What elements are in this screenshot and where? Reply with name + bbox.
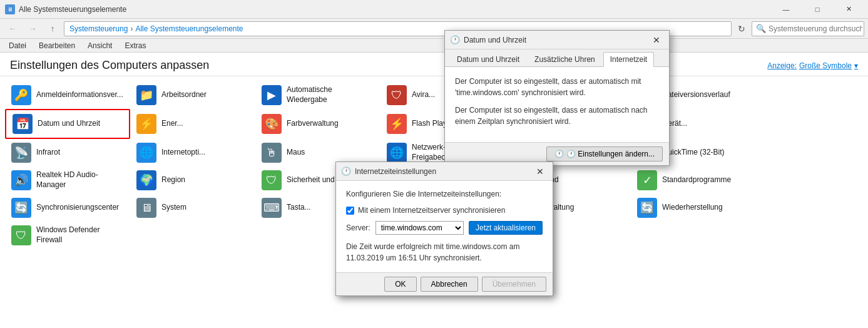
tab-datum-uhrzeit[interactable]: Datum und Uhrzeit [450, 52, 526, 66]
ctrl-icon-region: 🌍 [136, 170, 156, 190]
dialog-inet: 🕐 Internetzeiteinstellungen ✕ Konfigurie… [335, 161, 553, 296]
ctrl-icon-datum: 📅 [13, 114, 33, 134]
page-title: Einstellungen des Computers anpassen [10, 59, 209, 72]
ctrl-item-standard[interactable]: ✓ Standardprogramme [631, 167, 756, 194]
dialog-inet-body: Konfigurieren Sie die Internetzeiteinste… [336, 181, 553, 272]
menu-ansicht[interactable]: Ansicht [83, 40, 117, 51]
ctrl-label-dateivers: Dateiversionsverlauf [662, 90, 730, 100]
view-chevron-icon[interactable]: ▾ [854, 61, 858, 70]
ctrl-icon-realtek: 🔊 [11, 170, 31, 190]
title-bar-controls: — □ ✕ [772, 0, 863, 19]
ctrl-icon-autowied: ▶ [262, 85, 282, 105]
inet-server-row: Server: time.windows.com pool.ntp.org ti… [346, 221, 543, 235]
search-icon: 🔍 [756, 24, 766, 33]
ctrl-item-anmelde[interactable]: 🔑 Anmeldeinformationsver... [5, 81, 130, 109]
ctrl-icon-tastatur: ⌨ [262, 198, 282, 218]
ctrl-label-autowied: Automatische Wiedergabe [287, 85, 374, 105]
ctrl-item-datum[interactable]: 📅 Datum und Uhrzeit [5, 109, 130, 139]
ctrl-item-region[interactable]: 🌍 Region [130, 167, 255, 194]
maximize-button[interactable]: □ [803, 0, 832, 19]
ctrl-label-anmelde: Anmeldeinformationsver... [36, 90, 123, 100]
dialog-datetime-body: Der Computer ist so eingestellt, dass er… [445, 67, 669, 142]
ctrl-label-wiederherst: Wiederherstellung [662, 203, 723, 213]
dialog-inet-title: Internetzeiteinstellungen [355, 167, 436, 176]
close-button[interactable]: ✕ [834, 0, 863, 19]
dialog-datetime-tabs: Datum und Uhrzeit Zusätzliche Uhren Inte… [445, 49, 669, 67]
view-value[interactable]: Große Symbole [799, 61, 852, 70]
sync-info: Die Zeit wurde erfolgreich mit time.wind… [346, 241, 543, 264]
ctrl-item-energy[interactable]: ⚡ Ener... [130, 109, 255, 139]
ctrl-icon-flash: ⚡ [387, 114, 407, 134]
path-alle-elemente[interactable]: Alle Systemsteuerungselemente [135, 24, 243, 33]
inet-sync-checkbox[interactable] [346, 207, 354, 215]
abbrechen-button[interactable]: Abbrechen [421, 277, 478, 292]
ctrl-label-maus: Maus [287, 148, 305, 158]
ctrl-label-realtek: Realtek HD Audio-Manager [36, 170, 124, 190]
refresh-button[interactable]: ↻ [734, 21, 749, 36]
ctrl-icon-system: 🖥 [136, 198, 156, 218]
ctrl-item-arbeits[interactable]: 📁 Arbeitsordner [130, 81, 255, 109]
forward-button[interactable]: → [24, 21, 41, 37]
address-bar: ← → ↑ Systemsteuerung › Alle Systemsteue… [0, 19, 868, 39]
dialog-datetime-close-button[interactable]: ✕ [649, 33, 664, 47]
dialog-datetime-icon: 🕐 [450, 35, 460, 44]
tab-internetzeit[interactable]: Internetzeit [603, 52, 654, 67]
dialog-inet-title-left: 🕐 Internetzeiteinstellungen [341, 167, 436, 176]
ctrl-label-tastatur: Tasta... [287, 203, 311, 213]
ctrl-label-datum: Datum und Uhrzeit [38, 119, 100, 129]
view-label: Anzeige: [767, 61, 797, 70]
up-button[interactable]: ↑ [44, 21, 61, 37]
title-bar-text: Alle Systemsteuerungselemente [19, 5, 126, 14]
server-select[interactable]: time.windows.com pool.ntp.org time.nist.… [375, 221, 464, 235]
ctrl-item-system[interactable]: 🖥 System [130, 194, 255, 222]
view-option: Anzeige: Große Symbole ▾ [767, 61, 858, 70]
inet-description: Konfigurieren Sie die Internetzeiteinste… [346, 190, 543, 198]
dialog-inet-titlebar: 🕐 Internetzeiteinstellungen ✕ [336, 162, 553, 181]
tab-zusaetzliche-uhren[interactable]: Zusätzliche Uhren [528, 52, 602, 66]
ctrl-label-synccenter: Synchronisierungscenter [36, 203, 119, 213]
uebernehmen-button[interactable]: Übernehmen [482, 277, 546, 292]
ctrl-item-autowied[interactable]: ▶ Automatische Wiedergabe [255, 81, 380, 109]
menu-extras[interactable]: Extras [120, 40, 151, 51]
ctrl-icon-anmelde: 🔑 [11, 85, 31, 105]
ctrl-icon-windefender: 🛡 [11, 225, 31, 245]
clock-icon: 🕐 [554, 150, 564, 158]
ctrl-item-infrarot[interactable]: 📡 Infrarot [5, 139, 130, 167]
ctrl-icon-internetopt: 🌐 [136, 143, 156, 163]
ctrl-icon-synccenter: 🔄 [11, 198, 31, 218]
dialog-inet-close-button[interactable]: ✕ [533, 165, 548, 178]
ctrl-item-internetopt[interactable]: 🌐 Internetopti... [130, 139, 255, 167]
inet-checkbox-label: Mit einem Internetzeitserver synchronisi… [358, 206, 505, 215]
title-bar: 🖥 Alle Systemsteuerungselemente — □ ✕ [0, 0, 868, 19]
minimize-button[interactable]: — [772, 0, 800, 19]
search-input[interactable] [768, 24, 862, 33]
inet-checkbox-row: Mit einem Internetzeitserver synchronisi… [346, 206, 543, 215]
search-box[interactable]: 🔍 [752, 21, 864, 36]
ctrl-item-windefender[interactable]: 🛡 Windows Defender Firewall [5, 222, 130, 249]
path-systemsteuerung[interactable]: Systemsteuerung [69, 24, 128, 33]
server-label: Server: [346, 223, 370, 232]
ok-button[interactable]: OK [384, 277, 416, 292]
back-button[interactable]: ← [4, 21, 21, 37]
ctrl-item-synccenter[interactable]: 🔄 Synchronisierungscenter [5, 194, 130, 222]
ctrl-icon-sicherheit: 🛡 [262, 170, 282, 190]
dialog-datetime-line1: Der Computer ist so eingestellt, dass er… [455, 76, 659, 98]
ctrl-item-farbverw[interactable]: 🎨 Farbverwaltung [255, 109, 380, 139]
menu-bearbeiten[interactable]: Bearbeiten [34, 40, 80, 51]
jetzt-aktualisieren-button[interactable]: Jetzt aktualisieren [469, 221, 543, 235]
ctrl-icon-energy: ⚡ [136, 114, 156, 134]
ctrl-item-wiederherst[interactable]: 🔄 Wiederherstellung [631, 194, 756, 222]
ctrl-label-region: Region [161, 175, 185, 185]
inet-footer: OK Abbrechen Übernehmen [336, 272, 553, 295]
ctrl-icon-avira: 🛡 [387, 85, 407, 105]
einstellungen-aendern-button[interactable]: 🕐 🕐 Einstellungen ändern... [546, 146, 663, 161]
ctrl-item-realtek[interactable]: 🔊 Realtek HD Audio-Manager [5, 167, 130, 194]
ctrl-label-farbverw: Farbverwaltung [287, 119, 339, 129]
menu-bar: Datei Bearbeiten Ansicht Extras [0, 39, 868, 53]
ctrl-label-avira: Avira... [412, 90, 435, 100]
ctrl-icon-wiederherst: 🔄 [637, 198, 657, 218]
ctrl-label-standard: Standardprogramme [662, 175, 731, 185]
ctrl-icon-maus: 🖱 [262, 143, 282, 163]
einstellungen-aendern-label: 🕐 Einstellungen ändern... [566, 150, 655, 158]
menu-datei[interactable]: Datei [4, 40, 31, 51]
